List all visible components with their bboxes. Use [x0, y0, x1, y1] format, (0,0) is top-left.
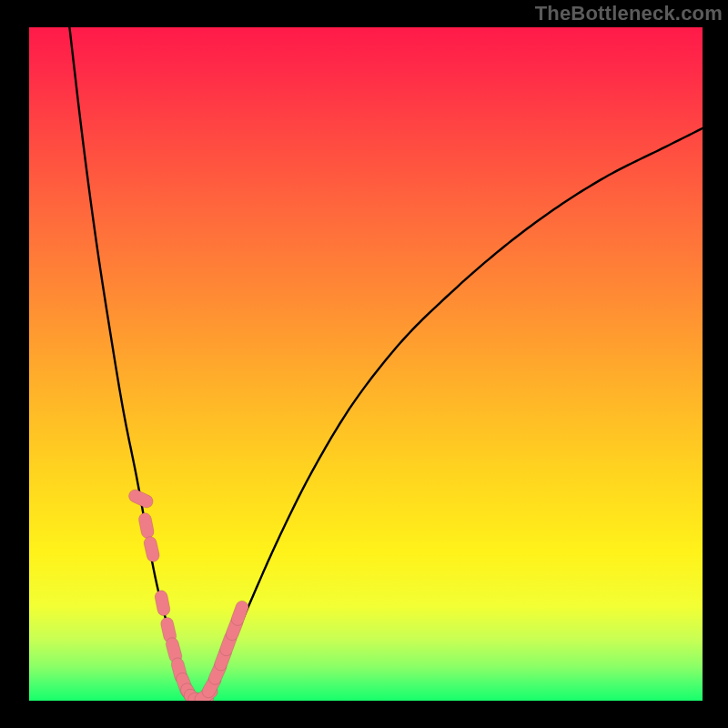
chart-svg — [29, 27, 703, 701]
marker-layer — [126, 488, 250, 701]
chart-frame — [29, 27, 703, 701]
data-marker — [137, 511, 155, 539]
data-marker — [229, 599, 250, 627]
watermark-text: TheBottleneck.com — [535, 2, 723, 25]
plot-area — [29, 27, 703, 701]
data-marker — [154, 590, 171, 617]
data-marker — [143, 535, 161, 562]
